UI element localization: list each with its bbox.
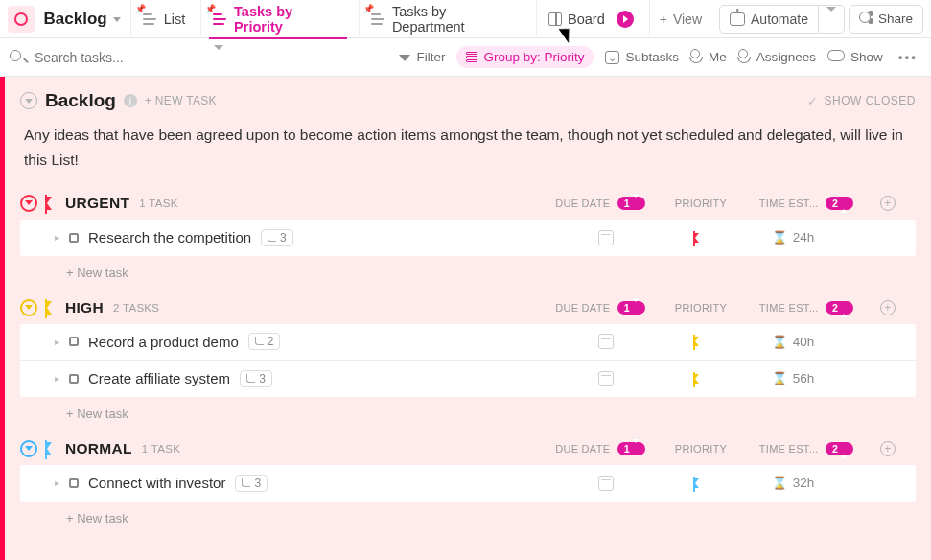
task-row[interactable]: ▸ Research the competition 3 24h — [20, 220, 916, 256]
filter-label: Filter — [416, 50, 445, 64]
time-estimate-cell[interactable]: 40h — [735, 335, 850, 349]
view-bar: Backlog 📌 List 📌 Tasks by Priority 📌 Tas… — [0, 0, 931, 38]
time-estimate-cell[interactable]: 32h — [735, 476, 850, 490]
subtask-count[interactable]: 3 — [240, 370, 272, 387]
show-closed-label: SHOW CLOSED — [824, 94, 916, 107]
column-time-estimate[interactable]: TIME EST... 2 — [749, 442, 864, 455]
column-priority[interactable]: PRIORITY — [663, 302, 739, 314]
tab-tasks-by-department[interactable]: 📌 Tasks by Department — [359, 0, 532, 38]
time-estimate-value: 56h — [793, 371, 815, 385]
calendar-icon — [598, 476, 614, 491]
time-estimate-cell[interactable]: 24h — [735, 230, 850, 245]
column-priority[interactable]: PRIORITY — [663, 198, 739, 209]
branch-icon — [268, 231, 276, 245]
column-time-estimate[interactable]: TIME EST... 2 — [749, 197, 864, 210]
due-date-cell[interactable] — [553, 371, 659, 386]
folder-title[interactable]: Backlog — [38, 10, 127, 29]
search-icon[interactable] — [10, 50, 27, 64]
subtasks-icon — [605, 50, 619, 64]
due-date-cell[interactable] — [553, 230, 659, 245]
priority-cell[interactable] — [659, 374, 735, 384]
sort-badge[interactable]: 1 — [617, 197, 645, 210]
expand-subtasks[interactable]: ▸ — [55, 232, 59, 243]
add-column[interactable]: + — [873, 196, 902, 211]
show-button[interactable]: Show — [827, 50, 883, 64]
column-priority[interactable]: PRIORITY — [663, 443, 739, 455]
status-icon[interactable] — [69, 337, 79, 346]
status-icon[interactable] — [69, 478, 79, 488]
tab-board[interactable]: Board — [536, 0, 645, 38]
share-icon — [859, 12, 871, 26]
pin-icon: 📌 — [363, 4, 374, 13]
chevron-down-icon — [214, 50, 223, 64]
column-due-date[interactable]: DUE DATE 1 — [547, 301, 653, 315]
app-logo[interactable] — [8, 6, 35, 33]
subtask-count[interactable]: 3 — [235, 475, 268, 492]
subtasks-button[interactable]: Subtasks — [605, 50, 679, 64]
status-icon[interactable] — [69, 374, 79, 384]
info-icon[interactable]: i — [124, 94, 137, 107]
assignees-button[interactable]: Assignees — [738, 49, 816, 66]
priority-cell[interactable] — [659, 233, 735, 243]
share-button[interactable]: Share — [849, 5, 923, 34]
new-task-inline[interactable]: + New task — [20, 502, 916, 527]
subtask-count[interactable]: 3 — [261, 229, 293, 246]
time-estimate-value: 24h — [793, 230, 815, 245]
collapse-group[interactable] — [20, 195, 37, 212]
filter-button[interactable]: Filter — [399, 50, 445, 64]
person-icon — [690, 49, 703, 66]
arrow-right-circle-icon[interactable] — [617, 11, 634, 28]
group-by-pill[interactable]: Group by: Priority — [456, 46, 594, 68]
me-button[interactable]: Me — [690, 49, 727, 66]
expand-subtasks[interactable]: ▸ — [55, 373, 59, 384]
task-row[interactable]: ▸ Connect with investor 3 32h — [20, 465, 916, 502]
new-task-button[interactable]: + NEW TASK — [145, 94, 217, 107]
expand-subtasks[interactable]: ▸ — [55, 337, 59, 347]
expand-subtasks[interactable]: ▸ — [55, 478, 59, 488]
more-menu[interactable]: ••• — [895, 50, 921, 64]
sort-badge[interactable]: 2 — [826, 442, 853, 455]
plus-icon: + — [660, 12, 667, 27]
time-estimate-value: 40h — [793, 335, 815, 349]
automate-button[interactable]: Automate — [719, 5, 819, 34]
column-due-date[interactable]: DUE DATE 1 — [547, 442, 653, 455]
priority-cell[interactable] — [659, 337, 735, 346]
sort-badge[interactable]: 1 — [617, 442, 645, 455]
sort-badge[interactable]: 2 — [826, 197, 853, 210]
add-column[interactable]: + — [873, 441, 902, 456]
stack-icon — [466, 52, 477, 62]
filter-bar: Filter Group by: Priority Subtasks Me As… — [0, 38, 931, 77]
due-date-cell[interactable] — [553, 476, 659, 491]
collapse-group[interactable] — [20, 440, 37, 457]
new-task-inline[interactable]: + New task — [20, 397, 916, 423]
collapse-list[interactable] — [20, 92, 37, 109]
tab-list[interactable]: 📌 List — [130, 0, 198, 38]
automate-label: Automate — [751, 12, 808, 27]
column-time-estimate[interactable]: TIME EST... 2 — [749, 301, 864, 315]
collapse-group[interactable] — [20, 299, 37, 316]
add-column[interactable]: + — [873, 300, 902, 315]
search-input[interactable] — [35, 50, 169, 65]
new-task-inline[interactable]: + New task — [20, 256, 916, 282]
tab-tasks-by-priority[interactable]: 📌 Tasks by Priority — [200, 0, 355, 38]
subtask-count[interactable]: 2 — [248, 333, 281, 350]
subtasks-label: Subtasks — [625, 50, 679, 64]
priority-flag-icon — [47, 442, 52, 455]
pin-icon: 📌 — [205, 4, 216, 13]
add-view-button[interactable]: + View — [649, 0, 711, 38]
task-row[interactable]: ▸ Create affiliate system 3 56h — [20, 361, 916, 397]
tab-label: Board — [568, 12, 605, 27]
sort-badge[interactable]: 2 — [826, 301, 853, 315]
task-row[interactable]: ▸ Record a product demo 2 40h — [20, 324, 916, 361]
time-estimate-cell[interactable]: 56h — [735, 371, 850, 385]
automate-dropdown[interactable] — [819, 5, 845, 34]
show-closed-toggle[interactable]: SHOW CLOSED — [807, 94, 916, 108]
search-expand[interactable] — [207, 46, 230, 69]
sort-badge[interactable]: 1 — [617, 301, 645, 315]
priority-cell[interactable] — [659, 478, 735, 488]
task-list: ▸ Connect with investor 3 32h — [20, 465, 916, 502]
due-date-cell[interactable] — [553, 334, 659, 349]
column-due-date[interactable]: DUE DATE 1 — [547, 197, 653, 210]
branch-icon — [242, 477, 250, 490]
status-icon[interactable] — [69, 233, 79, 243]
